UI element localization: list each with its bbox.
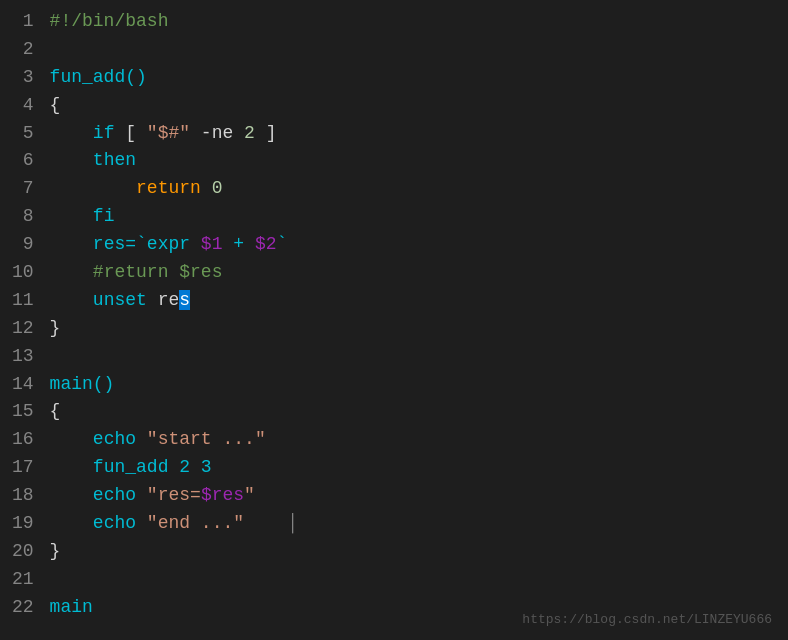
keyword-then: then <box>93 150 136 170</box>
code-line-20: } <box>50 538 772 566</box>
code-line-6: then <box>50 147 772 175</box>
func-name-main: main() <box>50 374 115 394</box>
close-brace-1: } <box>50 318 61 338</box>
var-2: $2 <box>255 234 277 254</box>
shebang: #!/bin/bash <box>50 11 169 31</box>
code-line-4: { <box>50 92 772 120</box>
string-res-suffix: " <box>244 485 255 505</box>
code-line-14: main() <box>50 371 772 399</box>
keyword-fi: fi <box>93 206 115 226</box>
keyword-echo-2: echo <box>93 485 136 505</box>
keyword-unset: unset <box>93 290 147 310</box>
code-line-8: fi <box>50 203 772 231</box>
string-end: "end ..." <box>147 513 244 533</box>
number-0: 0 <box>212 178 223 198</box>
code-line-3: fun_add() <box>50 64 772 92</box>
code-line-11: unset res <box>50 287 772 315</box>
number-2: 2 <box>244 123 255 143</box>
code-line-15: { <box>50 398 772 426</box>
keyword-if: if <box>93 123 115 143</box>
line-numbers: 1 2 3 4 5 6 7 8 9 10 11 12 13 14 15 16 1… <box>0 8 50 632</box>
code-line-9: res=`expr $1 + $2` <box>50 231 772 259</box>
main-call: main <box>50 597 93 617</box>
highlight-s: s <box>179 290 190 310</box>
res-assign: res=`expr <box>93 234 201 254</box>
code-line-7: return 0 <box>50 175 772 203</box>
code-line-2 <box>50 36 772 64</box>
code-line-10: #return $res <box>50 259 772 287</box>
open-brace-2: { <box>50 401 61 421</box>
keyword-echo-1: echo <box>93 429 136 449</box>
var-res: $res <box>201 485 244 505</box>
code-line-19: echo "end ..." │ <box>50 510 772 538</box>
var-1: $1 <box>201 234 223 254</box>
code-line-17: fun_add 2 3 <box>50 454 772 482</box>
code-line-16: echo "start ..." <box>50 426 772 454</box>
code-editor: 1 2 3 4 5 6 7 8 9 10 11 12 13 14 15 16 1… <box>0 0 788 640</box>
string-hash: "$#" <box>147 123 190 143</box>
code-line-12: } <box>50 315 772 343</box>
code-content: #!/bin/bash fun_add() { if [ "$#" -ne 2 … <box>50 8 788 632</box>
close-brace-2: } <box>50 541 61 561</box>
code-line-1: #!/bin/bash <box>50 8 772 36</box>
text-cursor: │ <box>244 513 298 533</box>
string-start: "start ..." <box>147 429 266 449</box>
code-line-13 <box>50 343 772 371</box>
code-line-18: echo "res=$res" <box>50 482 772 510</box>
keyword-echo-3: echo <box>93 513 136 533</box>
open-brace-1: { <box>50 95 61 115</box>
func-name-funadd: fun_add() <box>50 67 147 87</box>
comment-return: #return $res <box>93 262 223 282</box>
string-res-prefix: "res= <box>147 485 201 505</box>
code-line-21 <box>50 566 772 594</box>
funadd-call: fun_add 2 3 <box>93 457 212 477</box>
keyword-return: return <box>136 178 201 198</box>
code-line-5: if [ "$#" -ne 2 ] <box>50 120 772 148</box>
footer-url: https://blog.csdn.net/LINZEYU666 <box>522 610 772 630</box>
